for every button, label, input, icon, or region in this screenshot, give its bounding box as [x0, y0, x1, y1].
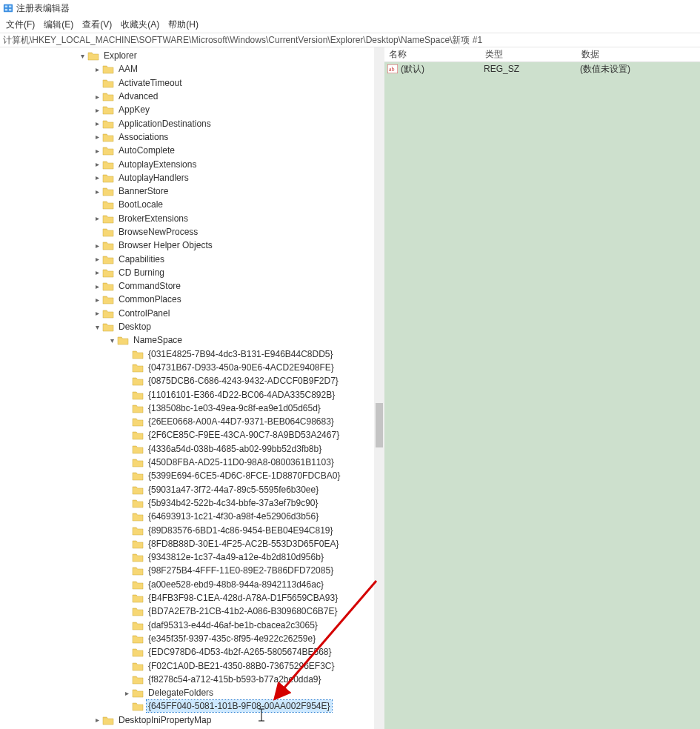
tree-item-ns-guid[interactable]: {98F275B4-4FFF-11E0-89E2-7B86DFD72085}: [0, 564, 374, 577]
tree-item-label: DelegateFolders: [147, 687, 215, 699]
collapse-icon[interactable]: ▾: [92, 322, 102, 332]
tree-item-explorer[interactable]: ▾Explorer: [0, 49, 374, 62]
expand-icon[interactable]: ▸: [92, 294, 102, 304]
tree-item-selected-guid[interactable]: {645FF040-5081-101B-9F08-00AA002F954E}: [0, 699, 374, 713]
tree-item-ns-guid[interactable]: {F02C1A0D-BE21-4350-88B0-73675296EF3C}: [0, 659, 374, 672]
tree-item-ns-guid[interactable]: {04731B67-D933-450a-90E6-4ACD2E9408FE}: [0, 361, 374, 374]
expand-icon[interactable]: ▸: [92, 240, 102, 250]
tree-item-ns-guid[interactable]: {0875DCB6-C686-4243-9432-ADCCF0B9F2D7}: [0, 374, 374, 387]
svg-text:ab: ab: [389, 66, 395, 73]
expand-icon[interactable]: ▸: [92, 145, 102, 156]
tree-item-cdBurning[interactable]: ▸CD Burning: [0, 266, 374, 279]
tree-item-ns-guid[interactable]: {138508bc-1e03-49ea-9c8f-ea9e1d05d65d}: [0, 402, 374, 415]
menu-edit[interactable]: 编辑(E): [39, 17, 78, 33]
tree-item-ns-guid[interactable]: {64693913-1c21-4f30-a98f-4e52906d3b56}: [0, 510, 374, 523]
value-data: (数值未设置): [580, 63, 700, 76]
tree-item-desktop[interactable]: ▾Desktop: [0, 320, 374, 333]
tree-item-ns-guid[interactable]: {89D83576-6BD1-4c86-9454-BEB04E94C819}: [0, 523, 374, 536]
tree-item-ns-guid[interactable]: {EDC978D6-4D53-4b2f-A265-5805674BE568}: [0, 645, 374, 659]
tree-item-browseNewProcess[interactable]: BrowseNewProcess: [0, 225, 374, 239]
tree-item-aam[interactable]: ▸AAM: [0, 62, 374, 76]
menu-help[interactable]: 帮助(H): [164, 17, 203, 33]
menu-view[interactable]: 查看(V): [78, 17, 116, 33]
value-name: (默认): [401, 63, 484, 76]
tree-item-ns-guid[interactable]: {5399E694-6CE5-4D6C-8FCE-1D8870FDCBA0}: [0, 469, 374, 482]
expand-icon[interactable]: ▸: [121, 688, 132, 698]
expand-icon[interactable]: ▸: [92, 715, 102, 725]
folder-icon: [132, 661, 144, 671]
tree-item-autoComplete[interactable]: ▸AutoComplete: [0, 144, 374, 157]
tree-scrollbar-thumb[interactable]: [376, 403, 383, 447]
folder-icon: [132, 565, 144, 576]
tree-item-controlPanel[interactable]: ▸ControlPanel: [0, 307, 374, 320]
tree-item-ns-guid[interactable]: {4336a54d-038b-4685-ab02-99bb52d3fb8b}: [0, 442, 374, 456]
tree-item-delegate-folders[interactable]: ▸DelegateFolders: [0, 686, 374, 699]
tree-item-bannerStore[interactable]: ▸BannerStore: [0, 184, 374, 198]
tree-item-capabilities[interactable]: ▸Capabilities: [0, 252, 374, 265]
tree-item-ns-guid[interactable]: {59031a47-3f72-44a7-89c5-5595fe6b30ee}: [0, 483, 374, 496]
expand-icon[interactable]: ▸: [92, 104, 102, 115]
registry-tree[interactable]: ▾Explorer▸AAMActivateTimeout▸Advanced▸Ap…: [0, 47, 374, 727]
tree-item-autoplayExtensions[interactable]: ▸AutoplayExtensions: [0, 157, 374, 170]
expand-icon[interactable]: ▸: [92, 254, 102, 264]
expand-icon[interactable]: ▸: [92, 64, 102, 74]
values-body[interactable]: ab (默认) REG_SZ (数值未设置): [384, 62, 700, 729]
expand-icon[interactable]: ▸: [92, 281, 102, 291]
tree-item-label: {9343812e-1c37-4a49-a12e-4b2d810d956b}: [147, 551, 325, 563]
tree-item-commonPlaces[interactable]: ▸CommonPlaces: [0, 293, 374, 306]
tree-item-ns-guid[interactable]: {5b934b42-522b-4c34-bbfe-37a3ef7b9c90}: [0, 496, 374, 510]
tree-item-ns-guid[interactable]: {450D8FBA-AD25-11D0-98A8-0800361B1103}: [0, 456, 374, 469]
tree-item-label: {89D83576-6BD1-4c86-9454-BEB04E94C819}: [147, 525, 335, 536]
tree-item-ns-guid[interactable]: {daf95313-e44d-46af-be1b-cbacea2c3065}: [0, 618, 374, 631]
tree-scrollbar[interactable]: [374, 47, 384, 729]
tree-item-label: CD Burning: [117, 267, 166, 279]
tree-item-advanced[interactable]: ▸Advanced: [0, 90, 374, 103]
tree-item-ns-guid[interactable]: {f8278c54-a712-415b-b593-b77a2be0dda9}: [0, 673, 374, 686]
tree-item-ns-guid[interactable]: {a00ee528-ebd9-48b8-944a-8942113d46ac}: [0, 578, 374, 591]
folder-icon: [102, 281, 114, 291]
value-row[interactable]: ab (默认) REG_SZ (数值未设置): [384, 62, 700, 76]
col-name-header[interactable]: 名称: [384, 47, 481, 62]
tree-item-applicationDestinations[interactable]: ▸ApplicationDestinations: [0, 116, 374, 130]
folder-icon: [132, 511, 144, 522]
expand-icon[interactable]: ▸: [92, 213, 102, 224]
tree-item-ns-guid[interactable]: {BD7A2E7B-21CB-41b2-A086-B309680C6B7E}: [0, 605, 374, 618]
tree-item-desktopinipropertymap[interactable]: ▸DesktopIniPropertyMap: [0, 713, 374, 727]
tree-item-browserHelperObjects[interactable]: ▸Browser Helper Objects: [0, 239, 374, 252]
col-type-header[interactable]: 类型: [481, 47, 577, 62]
tree-item-ns-guid[interactable]: {11016101-E366-4D22-BC06-4ADA335C892B}: [0, 387, 374, 401]
tree-item-appKey[interactable]: ▸AppKey: [0, 103, 374, 116]
tree-item-ns-guid[interactable]: {8FD8B88D-30E1-4F25-AC2B-553D3D65F0EA}: [0, 537, 374, 550]
tree-item-activateTimeout[interactable]: ActivateTimeout: [0, 76, 374, 90]
tree-item-namespace[interactable]: ▾NameSpace: [0, 333, 374, 347]
col-data-header[interactable]: 数据: [577, 47, 700, 62]
tree-item-ns-guid[interactable]: {B4FB3F98-C1EA-428d-A78A-D1F5659CBA93}: [0, 591, 374, 605]
expand-icon[interactable]: ▸: [92, 267, 102, 278]
expand-icon[interactable]: ▸: [92, 186, 102, 196]
expand-icon[interactable]: ▸: [92, 159, 102, 170]
folder-icon: [102, 119, 114, 129]
tree-item-commandStore[interactable]: ▸CommandStore: [0, 279, 374, 293]
menu-file[interactable]: 文件(F): [1, 17, 39, 33]
tree-item-autoplayHandlers[interactable]: ▸AutoplayHandlers: [0, 171, 374, 184]
collapse-icon[interactable]: ▾: [107, 335, 117, 345]
folder-icon: [132, 579, 144, 590]
expand-icon[interactable]: ▸: [92, 91, 102, 101]
expand-icon[interactable]: ▸: [92, 173, 102, 183]
menu-favorites[interactable]: 收藏夹(A): [116, 17, 164, 33]
tree-item-ns-guid[interactable]: {9343812e-1c37-4a49-a12e-4b2d810d956b}: [0, 550, 374, 564]
folder-icon: [102, 213, 114, 224]
collapse-icon[interactable]: ▾: [77, 50, 87, 61]
tree-item-ns-guid[interactable]: {2F6CE85C-F9EE-43CA-90C7-8A9BD53A2467}: [0, 428, 374, 442]
expand-icon[interactable]: ▸: [92, 308, 102, 319]
expand-icon[interactable]: ▸: [92, 119, 102, 129]
tree-item-associations[interactable]: ▸Associations: [0, 130, 374, 144]
address-bar[interactable]: 计算机\HKEY_LOCAL_MACHINE\SOFTWARE\Microsof…: [0, 33, 700, 47]
tree-item-bootLocale[interactable]: BootLocale: [0, 198, 374, 211]
expand-icon[interactable]: ▸: [92, 132, 102, 142]
tree-item-ns-guid[interactable]: {031E4825-7B94-4dc3-B131-E946B44C8DD5}: [0, 347, 374, 361]
tree-item-ns-guid[interactable]: {e345f35f-9397-435c-8f95-4e922c26259e}: [0, 632, 374, 645]
tree-item-brokerExtensions[interactable]: ▸BrokerExtensions: [0, 212, 374, 225]
tree-item-ns-guid[interactable]: {26EE0668-A00A-44D7-9371-BEB064C98683}: [0, 415, 374, 428]
folder-icon: [102, 227, 114, 237]
